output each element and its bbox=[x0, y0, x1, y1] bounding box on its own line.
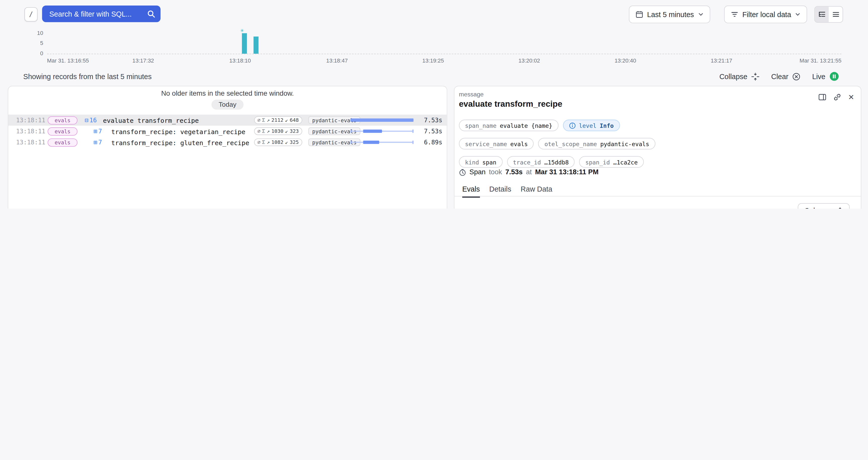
list-view-toggle[interactable] bbox=[829, 6, 843, 22]
tab-details[interactable]: Details bbox=[489, 185, 512, 198]
attribute-pill[interactable]: trace_id …15ddb8 bbox=[507, 156, 575, 168]
tokens-out-icon: ↙ bbox=[285, 117, 288, 123]
day-separator: Today bbox=[212, 100, 244, 110]
detail-title: evaluate transform_recipe bbox=[459, 99, 562, 108]
x-axis-tick: Mar 31. 13:16:55 bbox=[47, 58, 89, 64]
tokens-in-icon: ↗ bbox=[267, 128, 270, 134]
histogram-bar[interactable] bbox=[242, 33, 247, 54]
model-icon: ⌀ bbox=[257, 128, 260, 134]
x-axis-tick: 13:18:47 bbox=[326, 58, 348, 64]
histogram-bar[interactable] bbox=[253, 37, 258, 54]
row-timestamp: 13:18:11 bbox=[16, 128, 45, 135]
service-badge: evals bbox=[48, 116, 78, 125]
sort-chevrons-icon bbox=[837, 207, 843, 209]
list-view-icon bbox=[832, 10, 840, 18]
expand-node-icon: ⊞ bbox=[93, 128, 97, 134]
attribute-pill[interactable]: kind span bbox=[459, 156, 502, 168]
trace-row[interactable]: 13:18:11 evals ⊟ 16 evaluate transform_r… bbox=[8, 114, 447, 126]
record-type-label: message bbox=[459, 91, 484, 97]
calendar-icon bbox=[636, 10, 643, 18]
x-axis: Mar 31. 13:16:55 13:17:32 13:18:10 13:18… bbox=[47, 58, 841, 64]
duration-text: 6.89s bbox=[424, 139, 442, 146]
logfire-app: / Search & filter with SQL... Last 5 min… bbox=[0, 0, 868, 209]
y-axis-tick: 0 bbox=[31, 51, 43, 57]
row-timestamp: 13:18:11 bbox=[16, 139, 45, 146]
span-duration-summary: Span took 7.53s at Mar 31 13:18:11 PM bbox=[459, 168, 598, 176]
x-axis-tick: 13:20:40 bbox=[615, 58, 636, 64]
service-badge: evals bbox=[48, 127, 78, 136]
y-axis-tick: 5 bbox=[31, 40, 43, 46]
tokens-out-icon: ↙ bbox=[285, 140, 288, 145]
info-icon bbox=[569, 122, 576, 129]
sum-icon: Σ bbox=[262, 117, 265, 123]
collapse-children-toggle[interactable]: ⊞ 7 bbox=[93, 139, 102, 146]
duration-bar bbox=[350, 141, 413, 144]
open-in-panel-icon[interactable] bbox=[818, 93, 827, 101]
sum-icon: Σ bbox=[262, 128, 265, 134]
row-timestamp: 13:18:11 bbox=[16, 117, 45, 124]
collapse-icon bbox=[751, 72, 760, 80]
x-axis-tick: 13:21:17 bbox=[711, 58, 733, 64]
collapse-children-toggle[interactable]: ⊞ 7 bbox=[93, 128, 102, 135]
trace-list-panel: No older items in the selected time wind… bbox=[8, 86, 447, 209]
model-icon: ⌀ bbox=[257, 117, 260, 123]
child-span-count: 16 bbox=[89, 117, 97, 124]
collapse-children-toggle[interactable]: ⊟ 16 bbox=[85, 117, 97, 124]
span-name: evaluate transform_recipe bbox=[103, 117, 199, 125]
duration-bar bbox=[350, 130, 413, 133]
tab-raw-data[interactable]: Raw Data bbox=[521, 185, 552, 198]
close-icon[interactable]: ✕ bbox=[848, 93, 854, 101]
x-axis-tick: 13:17:32 bbox=[132, 58, 154, 64]
tokens-out-icon: ↙ bbox=[285, 128, 288, 134]
x-axis-tick: 13:18:10 bbox=[229, 58, 251, 64]
tree-view-toggle[interactable] bbox=[815, 6, 829, 22]
x-axis-tick: 13:19:25 bbox=[423, 58, 444, 64]
sql-search-button[interactable]: Search & filter with SQL... bbox=[42, 5, 161, 22]
child-span-count: 7 bbox=[98, 128, 102, 135]
service-badge: evals bbox=[48, 138, 78, 146]
filter-label: Filter local data bbox=[742, 10, 791, 19]
collapse-button[interactable]: Collapse bbox=[719, 72, 760, 80]
span-name: transform_recipe: vegetarian_recipe bbox=[111, 128, 245, 136]
attribute-pill[interactable]: span_name evaluate {name} bbox=[459, 120, 558, 131]
time-range-label: Last 5 minutes bbox=[647, 10, 694, 19]
search-shortcut-key[interactable]: / bbox=[24, 7, 38, 22]
filter-local-data-dropdown[interactable]: Filter local data bbox=[724, 5, 807, 23]
records-histogram[interactable]: ✳ bbox=[47, 33, 841, 54]
columns-button[interactable]: Columns bbox=[798, 203, 850, 209]
token-usage-pill: ⌀ Σ ↗1030 ↙323 bbox=[254, 127, 302, 135]
search-icon bbox=[147, 10, 155, 18]
chevron-down-icon bbox=[795, 11, 800, 17]
live-pause-icon bbox=[829, 71, 839, 81]
tree-view-icon bbox=[818, 10, 826, 18]
duration-bar bbox=[350, 119, 413, 122]
filter-icon bbox=[731, 10, 738, 18]
token-usage-pill: ⌀ Σ ↗1082 ↙325 bbox=[254, 138, 302, 146]
span-detail-panel: message evaluate transform_recipe ✕ span… bbox=[454, 86, 861, 209]
tokens-in-icon: ↗ bbox=[267, 117, 270, 123]
trace-row[interactable]: 13:18:11 evals ⊞ 7 transform_recipe: glu… bbox=[8, 137, 447, 148]
level-pill[interactable]: level Info bbox=[563, 120, 620, 131]
tab-evals[interactable]: Evals bbox=[462, 185, 480, 198]
selected-bar-marker-icon: ✳ bbox=[240, 28, 244, 33]
copy-link-icon[interactable] bbox=[833, 93, 841, 101]
duration-text: 7.53s bbox=[424, 117, 442, 124]
empty-window-message: No older items in the selected time wind… bbox=[8, 90, 447, 97]
duration-text: 7.53s bbox=[424, 128, 442, 135]
x-axis-tick: 13:20:02 bbox=[518, 58, 540, 64]
x-axis-tick: Mar 31. 13:21:55 bbox=[800, 58, 842, 64]
live-label: Live bbox=[812, 72, 826, 80]
attribute-pill[interactable]: service_name evals bbox=[459, 138, 534, 150]
trace-row[interactable]: 13:18:11 evals ⊞ 7 transform_recipe: veg… bbox=[8, 126, 447, 137]
time-range-dropdown[interactable]: Last 5 minutes bbox=[629, 5, 710, 23]
attribute-pill[interactable]: span_id …1ca2ce bbox=[579, 156, 644, 168]
clear-button[interactable]: Clear bbox=[771, 72, 800, 80]
sql-search-label: Search & filter with SQL... bbox=[49, 10, 143, 18]
token-usage-pill: ⌀ Σ ↗2112 ↙648 bbox=[254, 116, 302, 124]
attribute-pill[interactable]: otel_scope_name pydantic-evals bbox=[538, 138, 655, 150]
clear-label: Clear bbox=[771, 72, 788, 80]
child-span-count: 7 bbox=[98, 139, 102, 146]
expand-node-icon: ⊞ bbox=[93, 139, 97, 145]
live-toggle-button[interactable]: Live bbox=[812, 71, 839, 81]
tokens-in-icon: ↗ bbox=[267, 140, 270, 145]
